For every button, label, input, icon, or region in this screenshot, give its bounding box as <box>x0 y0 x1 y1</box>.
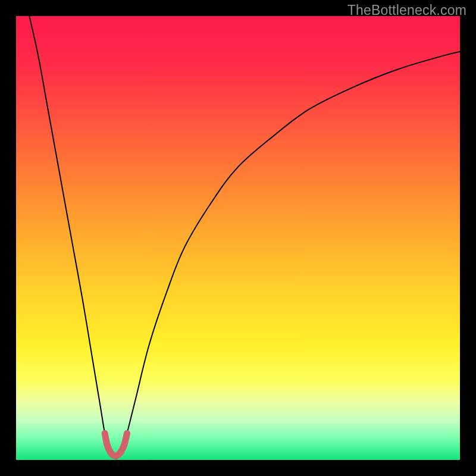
trough-marker <box>105 433 127 456</box>
watermark-text: TheBottleneck.com <box>347 2 466 18</box>
plot-area <box>16 16 460 460</box>
curve-layer <box>16 16 460 460</box>
chart-frame: TheBottleneck.com <box>0 0 476 476</box>
bottleneck-curve <box>29 16 460 459</box>
